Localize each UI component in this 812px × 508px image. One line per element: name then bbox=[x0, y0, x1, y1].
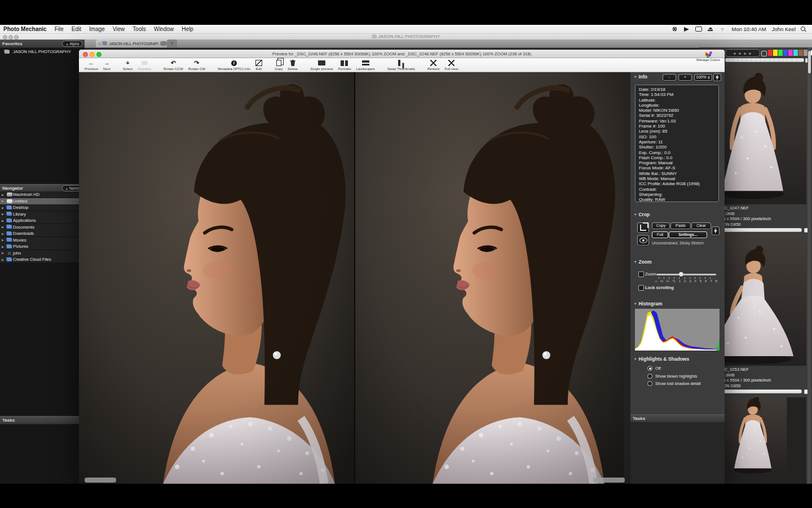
navigator-item[interactable]: Untitled bbox=[0, 198, 85, 204]
link-icon[interactable] bbox=[761, 51, 767, 56]
disclosure-triangle-icon[interactable] bbox=[2, 206, 6, 209]
zoom-slider[interactable] bbox=[656, 274, 716, 275]
color-class-swatch[interactable] bbox=[778, 50, 783, 56]
navigator-item[interactable]: Desktop bbox=[0, 204, 85, 211]
crop-tool-button[interactable] bbox=[637, 222, 649, 233]
zoom-value-stepper[interactable]: 100% bbox=[694, 74, 712, 81]
navigator-item[interactable]: ⌂ john bbox=[0, 250, 85, 256]
menu-item[interactable]: Image bbox=[89, 26, 105, 32]
info-section-header[interactable]: Info bbox=[634, 74, 647, 80]
histogram-section-header[interactable]: Histogram bbox=[634, 301, 663, 306]
color-class-swatch[interactable] bbox=[793, 50, 798, 56]
app-menu[interactable]: Photo Mechanic bbox=[3, 26, 47, 32]
menu-clock[interactable]: Mon 10:40 AM bbox=[731, 26, 766, 32]
exif-info-box[interactable]: Date: 2/19/18Time: 1:54:03 PMLatitude:Lo… bbox=[635, 85, 719, 202]
cast-icon[interactable] bbox=[683, 26, 690, 32]
menu-item[interactable]: File bbox=[55, 26, 64, 32]
thumbnail-filename[interactable]: _DSC_0253.NEF bbox=[716, 367, 806, 373]
preview-image-right[interactable] bbox=[355, 72, 630, 484]
menu-user[interactable]: John Keel bbox=[772, 26, 796, 32]
toolbar-button[interactable]: Edit bbox=[255, 59, 262, 71]
menu-item[interactable]: Tools bbox=[133, 26, 145, 32]
screen-record-icon[interactable] bbox=[671, 26, 678, 32]
navigator-item[interactable]: Pictures bbox=[0, 243, 85, 249]
favorites-item[interactable]: JASON HILL PHOTOGRAPHY bbox=[0, 48, 85, 55]
crop-apply-all-button[interactable] bbox=[712, 226, 720, 235]
color-class-swatch[interactable] bbox=[783, 50, 788, 56]
pane-nav-button[interactable] bbox=[85, 478, 116, 483]
zoom-checkbox[interactable] bbox=[638, 271, 644, 277]
navigator-item[interactable]: Library bbox=[0, 211, 85, 217]
wifi-icon[interactable] bbox=[718, 26, 726, 32]
toolbar-button[interactable]: Portraits bbox=[338, 59, 351, 71]
radio-icon[interactable] bbox=[647, 374, 652, 379]
color-class-swatch[interactable] bbox=[773, 50, 778, 56]
disclosure-triangle-icon[interactable] bbox=[2, 219, 6, 222]
color-class-swatch[interactable] bbox=[788, 50, 793, 56]
crop-section-header[interactable]: Crop bbox=[634, 212, 650, 217]
tab-contact-sheet[interactable]: JASON HILL PHOTOGRAPHY bbox=[96, 40, 169, 47]
color-class-swatch[interactable] bbox=[798, 50, 803, 56]
manage-colors-button[interactable]: Manage Colors bbox=[696, 51, 720, 62]
navigator-item[interactable]: Documents bbox=[0, 224, 85, 230]
disclosure-triangle-icon[interactable] bbox=[2, 199, 6, 203]
zoom-section-header[interactable]: Zoom bbox=[634, 259, 652, 265]
thumbnail-filename[interactable]: _DSC_0247.NEF bbox=[716, 205, 806, 211]
toolbar-button[interactable]: → Next bbox=[103, 59, 111, 71]
eject-icon[interactable] bbox=[707, 26, 714, 32]
navigator-item[interactable]: Movies bbox=[0, 237, 85, 243]
highlights-section-header[interactable]: Highlights & Shadows bbox=[634, 356, 689, 362]
new-tab-button[interactable] bbox=[167, 40, 177, 47]
preview-image-left[interactable] bbox=[79, 72, 354, 484]
preview-titlebar[interactable]: Preview for _DSC_0246.NEF (8256 x 5504 5… bbox=[79, 50, 725, 58]
star-rating-control[interactable] bbox=[725, 49, 760, 57]
disclosure-triangle-icon[interactable] bbox=[2, 232, 6, 235]
toolbar-button[interactable]: ← Previous bbox=[85, 59, 98, 71]
toolbar-button[interactable]: + Select bbox=[123, 59, 133, 71]
toolbar-button[interactable]: Full view bbox=[445, 59, 458, 71]
thumbnail-scrollbar[interactable] bbox=[807, 47, 811, 484]
crop-copy-button[interactable]: Copy bbox=[652, 222, 670, 229]
toolbar-button[interactable]: Delete bbox=[288, 59, 298, 71]
thumbnail-rating-slider[interactable] bbox=[716, 389, 802, 393]
font-larger-button[interactable]: + bbox=[678, 74, 692, 81]
disclosure-triangle-icon[interactable] bbox=[2, 251, 6, 255]
menu-item[interactable]: Edit bbox=[72, 26, 81, 32]
toolbar-button[interactable]: Landscapes bbox=[356, 59, 375, 71]
crop-full-button[interactable]: Full bbox=[652, 231, 668, 238]
favorites-sort-button[interactable]: Alpha bbox=[62, 41, 82, 47]
font-smaller-button[interactable]: - bbox=[663, 74, 676, 81]
crop-preview-button[interactable] bbox=[637, 235, 649, 246]
spotlight-search-icon[interactable] bbox=[800, 26, 807, 32]
disclosure-triangle-icon[interactable] bbox=[2, 193, 6, 196]
info-apply-all-button[interactable] bbox=[713, 73, 721, 81]
navigator-item[interactable]: Macintosh HD bbox=[0, 191, 85, 198]
disclosure-triangle-icon[interactable] bbox=[2, 238, 6, 242]
lock-scrolling-checkbox[interactable] bbox=[638, 285, 644, 291]
highlights-option[interactable]: Show blown highlights bbox=[647, 374, 700, 379]
crop-settings-button[interactable]: Settings... bbox=[669, 231, 707, 238]
zoom-slider-thumb[interactable] bbox=[679, 272, 683, 277]
radio-icon[interactable] bbox=[647, 381, 652, 386]
disclosure-triangle-icon[interactable] bbox=[2, 225, 6, 229]
thumbnail-size-slider[interactable] bbox=[725, 58, 804, 62]
toolbar-button[interactable]: Restore bbox=[427, 59, 440, 71]
navigator-item[interactable]: Downloads bbox=[0, 230, 85, 237]
toolbar-button[interactable]: Deselect bbox=[138, 59, 151, 71]
radio-icon[interactable] bbox=[647, 366, 652, 371]
navigator-item[interactable]: Applications bbox=[0, 217, 85, 224]
toolbar-button[interactable]: ↷ Rotate CW bbox=[188, 59, 205, 71]
toolbar-button[interactable]: Metadata (IPTC) Info bbox=[218, 59, 250, 71]
toolbar-button[interactable]: Copy bbox=[275, 59, 283, 71]
highlights-option[interactable]: Show lost shadow detail bbox=[647, 381, 700, 386]
toolbar-button[interactable]: Single preview bbox=[310, 59, 333, 71]
menu-item[interactable]: Help bbox=[182, 26, 193, 32]
disclosure-triangle-icon[interactable] bbox=[2, 258, 6, 261]
pane-nav-button[interactable] bbox=[593, 478, 625, 483]
menu-item[interactable]: View bbox=[113, 26, 125, 32]
menu-item[interactable]: Window bbox=[154, 26, 174, 32]
highlights-option[interactable]: Off bbox=[647, 366, 700, 371]
toolbar-button[interactable]: ↶ Rotate CCW bbox=[164, 59, 183, 71]
crop-clear-button[interactable]: Clear bbox=[691, 222, 711, 229]
thumbnail-rating-slider[interactable] bbox=[716, 228, 802, 232]
